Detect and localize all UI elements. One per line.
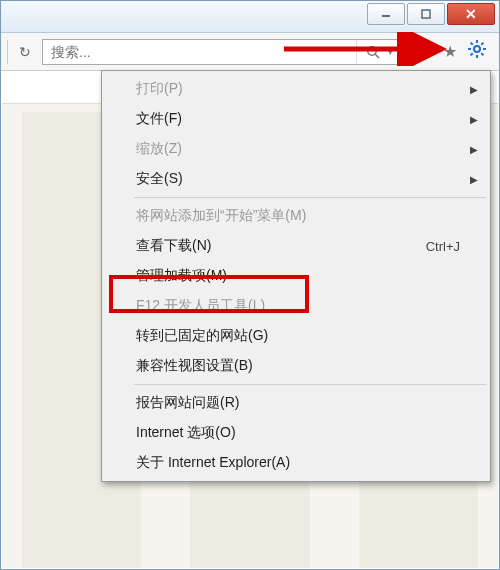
menu-label: 管理加载项(M) bbox=[136, 267, 460, 285]
menu-label: F12 开发人员工具(L) bbox=[136, 297, 460, 315]
submenu-arrow-icon: ▶ bbox=[470, 84, 478, 95]
refresh-button[interactable]: ↻ bbox=[14, 41, 36, 63]
menu-item-add-to-start[interactable]: 将网站添加到“开始”菜单(M) bbox=[104, 201, 488, 231]
search-input[interactable] bbox=[43, 40, 356, 64]
svg-rect-1 bbox=[422, 10, 430, 18]
close-icon: ✕ bbox=[465, 6, 477, 22]
svg-line-9 bbox=[471, 43, 473, 45]
star-icon: ★ bbox=[443, 43, 457, 60]
svg-line-11 bbox=[471, 53, 473, 55]
menu-item-manage-addons[interactable]: 管理加载项(M) bbox=[104, 261, 488, 291]
close-button[interactable]: ✕ bbox=[447, 3, 495, 25]
tools-menu: 打印(P) ▶ 文件(F) ▶ 缩放(Z) ▶ 安全(S) ▶ 将网站添加到“开… bbox=[101, 70, 491, 482]
home-icon bbox=[415, 42, 433, 58]
submenu-arrow-icon: ▶ bbox=[470, 144, 478, 155]
gear-icon bbox=[467, 39, 487, 59]
toolbar: ↻ ▾ ★ bbox=[1, 33, 499, 71]
menu-label: Internet 选项(O) bbox=[136, 424, 460, 442]
svg-line-10 bbox=[481, 53, 483, 55]
menu-item-file[interactable]: 文件(F) ▶ bbox=[104, 104, 488, 134]
refresh-icon: ↻ bbox=[19, 44, 31, 60]
menu-label: 兼容性视图设置(B) bbox=[136, 357, 460, 375]
menu-label: 文件(F) bbox=[136, 110, 460, 128]
favorites-button[interactable]: ★ bbox=[443, 42, 457, 61]
menu-label: 转到已固定的网站(G) bbox=[136, 327, 460, 345]
menu-label: 打印(P) bbox=[136, 80, 460, 98]
titlebar: ✕ bbox=[1, 1, 499, 33]
minimize-icon bbox=[381, 9, 391, 19]
maximize-icon bbox=[421, 9, 431, 19]
menu-label: 将网站添加到“开始”菜单(M) bbox=[136, 207, 460, 225]
search-dropdown[interactable]: ▾ bbox=[388, 47, 402, 57]
menu-separator bbox=[134, 384, 486, 385]
maximize-button[interactable] bbox=[407, 3, 445, 25]
menu-item-about-ie[interactable]: 关于 Internet Explorer(A) bbox=[104, 448, 488, 478]
menu-item-internet-options[interactable]: Internet 选项(O) bbox=[104, 418, 488, 448]
search-button[interactable] bbox=[356, 40, 388, 64]
svg-line-12 bbox=[481, 43, 483, 45]
menu-shortcut: Ctrl+J bbox=[426, 239, 460, 254]
svg-point-2 bbox=[367, 46, 375, 54]
menu-item-print[interactable]: 打印(P) ▶ bbox=[104, 74, 488, 104]
minimize-button[interactable] bbox=[367, 3, 405, 25]
submenu-arrow-icon: ▶ bbox=[470, 114, 478, 125]
tools-button[interactable] bbox=[467, 39, 487, 64]
search-icon bbox=[366, 45, 380, 59]
menu-item-zoom[interactable]: 缩放(Z) ▶ bbox=[104, 134, 488, 164]
menu-label: 查看下载(N) bbox=[136, 237, 426, 255]
browser-window: ✕ ↻ ▾ ★ bbox=[0, 0, 500, 570]
submenu-arrow-icon: ▶ bbox=[470, 174, 478, 185]
menu-label: 报告网站问题(R) bbox=[136, 394, 460, 412]
search-box: ▾ bbox=[42, 39, 403, 65]
svg-point-4 bbox=[474, 46, 480, 52]
menu-item-f12-tools[interactable]: F12 开发人员工具(L) bbox=[104, 291, 488, 321]
menu-item-compat-view[interactable]: 兼容性视图设置(B) bbox=[104, 351, 488, 381]
menu-item-safety[interactable]: 安全(S) ▶ bbox=[104, 164, 488, 194]
menu-label: 缩放(Z) bbox=[136, 140, 460, 158]
menu-label: 关于 Internet Explorer(A) bbox=[136, 454, 460, 472]
svg-line-3 bbox=[375, 54, 379, 58]
toolbar-icons: ★ bbox=[409, 39, 493, 64]
menu-item-view-downloads[interactable]: 查看下载(N) Ctrl+J bbox=[104, 231, 488, 261]
menu-separator bbox=[134, 197, 486, 198]
separator bbox=[7, 40, 8, 64]
menu-item-report-problem[interactable]: 报告网站问题(R) bbox=[104, 388, 488, 418]
home-button[interactable] bbox=[415, 42, 433, 62]
menu-label: 安全(S) bbox=[136, 170, 460, 188]
menu-item-pinned-sites[interactable]: 转到已固定的网站(G) bbox=[104, 321, 488, 351]
